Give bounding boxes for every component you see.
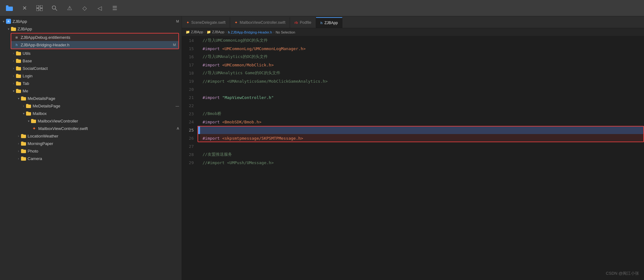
chevron-locationweather[interactable]: › bbox=[16, 134, 21, 138]
swift-file-icon: ✦ bbox=[31, 126, 37, 131]
breadcrumb-sep2: › bbox=[226, 30, 227, 34]
tab-label-scenedelegate: SceneDelegate.swift bbox=[191, 20, 225, 25]
linenum-19: 19 bbox=[182, 77, 198, 85]
tree-item-bridging-header[interactable]: h ZJBApp-Bridging-Header.h M bbox=[11, 41, 178, 49]
tree-item-mailboxviewcontroller-swift[interactable]: ✦ MailboxViewController.swift A bbox=[0, 125, 182, 132]
watermark: CSDN @闽江小张 bbox=[606, 271, 639, 276]
linenum-21: 21 bbox=[182, 93, 198, 101]
tree-item-utils[interactable]: › Utils bbox=[0, 49, 182, 57]
main-area: ▾ A ZJBApp M ▾ ZJBApp ⊞ bbox=[0, 16, 644, 280]
chevron-me[interactable]: ▾ bbox=[11, 89, 16, 93]
tag-icon[interactable]: ◁ bbox=[95, 4, 104, 13]
tree-item-morningpaper[interactable]: › MorningPaper bbox=[0, 140, 182, 147]
macro-24: #import bbox=[203, 120, 222, 124]
tree-item-mailboxviewcontroller-folder[interactable]: ▾ MailboxViewController bbox=[0, 117, 182, 125]
diamond-icon[interactable]: ◇ bbox=[80, 4, 89, 13]
svg-rect-6 bbox=[40, 8, 43, 11]
highlight-group: #import <skpsmtpmessage/SKPSMTPMessage.h… bbox=[200, 126, 644, 142]
chevron-mailbox[interactable]: ▾ bbox=[21, 111, 26, 116]
tree-item-zjbapp-folder[interactable]: ▾ ZJBApp bbox=[0, 25, 182, 33]
linenum-16: 16 bbox=[182, 53, 198, 61]
tree-label-mailboxviewcontroller-swift: MailboxViewController.swift bbox=[38, 126, 176, 131]
tree-item-camera[interactable]: › Camera bbox=[0, 155, 182, 162]
macro-15: #import bbox=[203, 46, 222, 51]
folder-icon-me bbox=[16, 88, 21, 94]
tree-item-photo[interactable]: › Photo bbox=[0, 147, 182, 155]
tree-label-camera: Camera bbox=[28, 156, 179, 161]
comment-18: //导入UMAnalytics Game的OC的头文件 bbox=[203, 70, 280, 76]
tree-label-mailboxviewcontroller-folder: MailboxViewController bbox=[38, 119, 179, 123]
linenum-24: 24 bbox=[182, 118, 198, 126]
rect-icon[interactable]: ☰ bbox=[110, 4, 119, 13]
grid-icon[interactable] bbox=[35, 4, 44, 13]
tree-label-mailbox: Mailbox bbox=[33, 111, 179, 116]
warning-icon[interactable]: ⚠ bbox=[65, 4, 74, 13]
code-line-26: #import <skpsmtpmessage/SKPSMTPMessage.h… bbox=[200, 134, 644, 142]
breadcrumb-zjbapp2: 📁ZJBApp bbox=[207, 30, 224, 34]
tab-mailboxviewcontroller[interactable]: ✦ MailboxViewController.swift bbox=[230, 17, 290, 28]
tree-item-socialcontact[interactable]: › SocialContact bbox=[0, 65, 182, 72]
code-line-22 bbox=[200, 101, 644, 110]
code-line-19: //#import <UMAnalyticsGame/MobClickGameA… bbox=[200, 77, 644, 85]
tree-label-medetailspage-inner: MeDetailsPage bbox=[33, 104, 174, 108]
tree-item-login[interactable]: › Login bbox=[0, 72, 182, 80]
code-line-16: //导入UMAnalytics的OC的头文件 bbox=[200, 53, 644, 61]
chevron-zjbapp-folder[interactable]: ▾ bbox=[6, 27, 11, 31]
import-str-21: "MapViewController.h" bbox=[222, 95, 274, 100]
tab-zjbapp-bridging[interactable]: h ZJBApp bbox=[316, 17, 342, 28]
breadcrumb-sep1: › bbox=[204, 30, 205, 34]
folder-icon-camera bbox=[21, 156, 26, 161]
linenum-25: 25 bbox=[182, 126, 198, 134]
chevron-morningpaper[interactable]: › bbox=[16, 141, 21, 146]
highlight-box-files: ⊞ ZJBAppDebug.entitlements h ZJBApp-Brid… bbox=[11, 33, 179, 49]
chevron-camera[interactable]: › bbox=[16, 156, 21, 161]
tree-label-locationweather: LocationWeather bbox=[28, 134, 179, 138]
search-icon[interactable] bbox=[50, 4, 59, 13]
tree-label-medetailspage: MeDetailsPage bbox=[28, 96, 179, 101]
h-file-icon: h bbox=[14, 42, 19, 48]
import-path-17: <UMCommon/MobClick.h> bbox=[222, 63, 274, 67]
comment-29: //#import <UMPush/UMessage.h> bbox=[203, 160, 274, 165]
tree-item-medetailspage[interactable]: ▾ MeDetailsPage bbox=[0, 95, 182, 102]
code-line-21: #import "MapViewController.h" bbox=[200, 93, 644, 101]
comment-16: //导入UMAnalytics的OC的头文件 bbox=[203, 54, 268, 60]
code-line-23: //Bmob桥 bbox=[200, 110, 644, 118]
chevron-base[interactable]: › bbox=[11, 59, 16, 63]
tree-label-tab: Tab bbox=[23, 81, 179, 86]
chevron-medetailspage-inner[interactable]: › bbox=[21, 104, 26, 108]
svg-point-7 bbox=[52, 6, 56, 9]
code-line-18: //导入UMAnalytics Game的OC的头文件 bbox=[200, 69, 644, 77]
chevron-mailboxviewcontroller[interactable]: ▾ bbox=[26, 119, 31, 123]
tree-item-entitlements[interactable]: ⊞ ZJBAppDebug.entitlements bbox=[11, 34, 178, 41]
chevron-medetailspage[interactable]: ▾ bbox=[16, 96, 21, 101]
chevron-photo[interactable]: › bbox=[16, 149, 21, 153]
linenum-22: 22 bbox=[182, 101, 198, 110]
line-numbers: 14 15 16 17 18 19 20 21 22 23 24 25 26 2… bbox=[182, 36, 198, 280]
folder-icon-locationweather bbox=[21, 133, 26, 139]
tree-item-base[interactable]: › Base bbox=[0, 57, 182, 65]
chevron-utils[interactable]: › bbox=[11, 51, 16, 55]
import-path-15: <UMCommonLog/UMCommonLogManager.h> bbox=[222, 46, 306, 51]
chevron-login[interactable]: › bbox=[11, 74, 16, 78]
tree-item-locationweather[interactable]: › LocationWeather bbox=[0, 132, 182, 140]
tree-item-tab[interactable]: › Tab bbox=[0, 80, 182, 87]
tree-badge-bridging-header: M bbox=[173, 43, 176, 47]
chevron-tab[interactable]: › bbox=[11, 81, 16, 86]
code-area[interactable]: 14 15 16 17 18 19 20 21 22 23 24 25 26 2… bbox=[182, 36, 644, 280]
tab-podfile[interactable]: rb Podfile bbox=[290, 17, 316, 28]
tree-item-me[interactable]: ▾ Me bbox=[0, 87, 182, 95]
tree-label-zjbapp-folder: ZJBApp bbox=[18, 27, 179, 31]
tree-item-mailbox[interactable]: ▾ Mailbox bbox=[0, 110, 182, 117]
x-icon[interactable]: ✕ bbox=[20, 4, 29, 13]
chevron-socialcontact[interactable]: › bbox=[11, 66, 16, 70]
import-path-26: <skpsmtpmessage/SKPSMTPMessage.h> bbox=[222, 136, 303, 141]
linenum-17: 17 bbox=[182, 61, 198, 69]
folder-icon[interactable] bbox=[5, 4, 14, 13]
tree-item-zjbapp-root[interactable]: ▾ A ZJBApp M bbox=[0, 18, 182, 25]
tree-item-medetailspage-inner[interactable]: › MeDetailsPage — bbox=[0, 102, 182, 110]
folder-icon-tab bbox=[16, 80, 21, 86]
svg-rect-4 bbox=[40, 5, 43, 8]
folder-icon-utils bbox=[16, 50, 21, 56]
chevron-zjbapp-root[interactable]: ▾ bbox=[1, 19, 6, 23]
tab-scenedelegate[interactable]: ✦ SceneDelegate.swift bbox=[182, 17, 230, 28]
